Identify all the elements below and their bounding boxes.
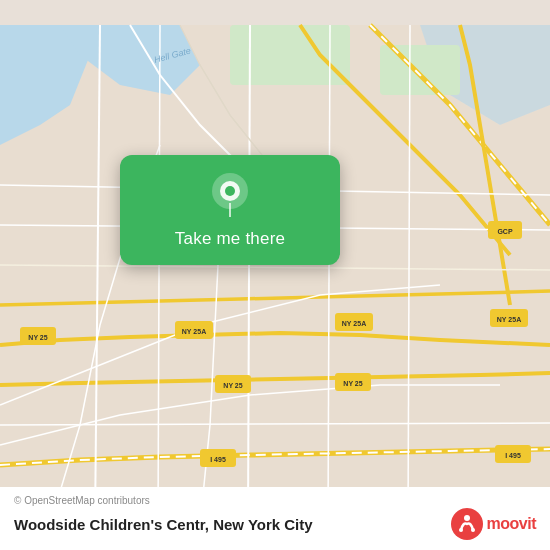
svg-text:I 495: I 495	[210, 456, 226, 463]
svg-rect-1	[230, 25, 350, 85]
svg-text:I 495: I 495	[505, 452, 521, 459]
bottom-bar: © OpenStreetMap contributors Woodside Ch…	[0, 487, 550, 550]
svg-point-27	[459, 528, 463, 532]
moovit-brand-text: moovit	[487, 515, 536, 533]
svg-point-24	[225, 186, 235, 196]
moovit-logo: moovit	[451, 508, 536, 540]
location-pin-icon	[212, 173, 248, 221]
svg-text:NY 25: NY 25	[28, 334, 47, 341]
svg-text:NY 25A: NY 25A	[497, 316, 521, 323]
map-background: NY 25 NY 25A NY 25A NY 25A NY 25 NY 25 G…	[0, 0, 550, 550]
take-me-there-label: Take me there	[175, 229, 285, 249]
take-me-there-card[interactable]: Take me there	[120, 155, 340, 265]
svg-text:NY 25A: NY 25A	[342, 320, 366, 327]
svg-point-28	[471, 528, 475, 532]
map-container: NY 25 NY 25A NY 25A NY 25A NY 25 NY 25 G…	[0, 0, 550, 550]
map-attribution: © OpenStreetMap contributors	[14, 495, 536, 506]
svg-text:NY 25A: NY 25A	[182, 328, 206, 335]
svg-rect-2	[380, 45, 460, 95]
location-info-row: Woodside Children's Centr, New York City…	[14, 508, 536, 540]
svg-text:NY 25: NY 25	[223, 382, 242, 389]
location-name: Woodside Children's Centr, New York City	[14, 516, 313, 533]
moovit-icon	[451, 508, 483, 540]
svg-text:GCP: GCP	[497, 228, 513, 235]
svg-text:NY 25: NY 25	[343, 380, 362, 387]
svg-point-26	[464, 515, 470, 521]
